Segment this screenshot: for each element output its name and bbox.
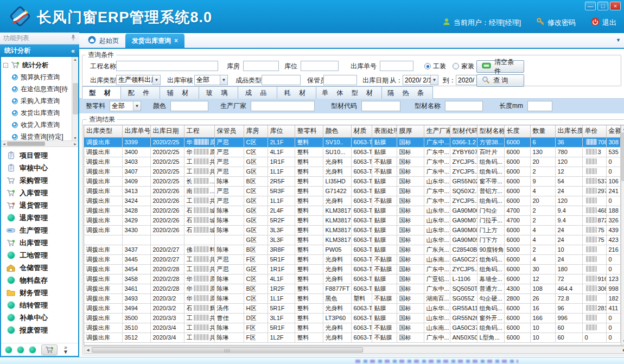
location-input[interactable] xyxy=(301,61,339,71)
column-header[interactable]: 工程 xyxy=(184,125,214,137)
table-row[interactable]: 调拨出库35002020/3/3工共工程曹佳D区3L1F整料LT3P606063… xyxy=(84,313,620,323)
table-row[interactable]: 调拨出库34092020/2/25长...陈琳B区2R5F整料LI35HD606… xyxy=(84,176,620,186)
table-row[interactable]: 调拨出库34292020/2/26石城陈琳G区5R2F整料KLM38176063… xyxy=(84,215,620,225)
keeper-input[interactable] xyxy=(323,75,357,85)
sidebar-module-machine[interactable]: 生产管理 xyxy=(1,224,78,237)
manufacturer-input[interactable] xyxy=(251,101,315,111)
column-header[interactable]: 整零料 xyxy=(295,125,323,137)
table-row[interactable]: 调拨出库35102020/3/4工共工程陈琳F区5R1F整料光身料6063-T5… xyxy=(84,323,620,333)
column-header[interactable]: 生产厂家 xyxy=(424,125,450,137)
tree-horizontal-scrollbar[interactable]: ◄ ► xyxy=(1,141,78,147)
table-row[interactable]: 调拨出库34932020/3/2华原...陈琳C区1L1F整料黑色塑料不贴膜国标… xyxy=(84,293,620,303)
order-no-input[interactable] xyxy=(380,61,413,71)
whole-part-combo[interactable]: 全部▼ xyxy=(110,101,141,111)
table-row[interactable]: 调拨出库34582020/2/28华原...陈琳C区4L1F整料光身料6063-… xyxy=(84,274,620,284)
column-header[interactable]: 库位 xyxy=(268,125,295,137)
close-button[interactable]: × xyxy=(610,2,621,10)
column-header[interactable]: 材质 xyxy=(351,125,372,137)
module-dot-icon[interactable] xyxy=(29,347,36,353)
table-row[interactable]: 调拨出库34002020/2/25华原..严思C区4L1F整料SU10...60… xyxy=(84,147,620,157)
scroll-right-icon[interactable]: ► xyxy=(622,348,624,353)
tab-shipment-query[interactable]: 发货出库查询 × xyxy=(125,34,184,48)
column-header[interactable]: 出库日期 xyxy=(150,125,184,137)
sidebar-module-circle[interactable]: 报废管理 xyxy=(1,324,78,336)
tab-close-icon[interactable]: × xyxy=(174,37,178,44)
radio-gongzhuang[interactable]: 工装 xyxy=(424,61,446,72)
column-header[interactable]: 表面处理 xyxy=(372,125,397,137)
sidebar-module-cart-green[interactable]: 入库管理 xyxy=(1,187,78,199)
scrollbar-thumb[interactable]: |||| xyxy=(92,347,363,353)
column-header[interactable]: 数量 xyxy=(530,125,555,137)
collapse-panel-button[interactable]: « xyxy=(71,47,75,55)
length-input[interactable] xyxy=(527,101,552,111)
sidebar-module-clipboard[interactable]: 审核中心 xyxy=(1,162,78,174)
warehouse-input[interactable] xyxy=(243,61,279,71)
more-modules-button[interactable]: »▼ xyxy=(63,346,68,354)
grid-vertical-scrollbar[interactable]: ▲ ▼ xyxy=(621,125,624,345)
material-tab[interactable]: 耗 材 xyxy=(277,86,316,99)
sidebar-module-clipboard[interactable]: 项目管理 xyxy=(1,149,78,162)
column-header[interactable]: 单价 xyxy=(582,125,606,137)
column-header[interactable]: 库房 xyxy=(244,125,268,137)
sidebar-module-cart[interactable]: 采购管理 xyxy=(1,174,78,187)
tree-item[interactable]: 收货入库查询 xyxy=(3,119,78,131)
material-tab[interactable]: 隔 热 条 xyxy=(382,86,433,99)
column-header[interactable]: 保管员 xyxy=(214,125,244,137)
scroll-down-icon[interactable]: ▼ xyxy=(73,136,77,140)
scroll-right-icon[interactable]: ► xyxy=(73,142,77,146)
table-row[interactable]: 调拨出库35122020/3/4工共工程陈琳F区1L2F整料光身料6063-T5… xyxy=(84,333,620,342)
color-input[interactable] xyxy=(170,101,208,111)
table-row[interactable]: 调拨出库34132020/2/26南...严思C区5R3F整料G71422606… xyxy=(84,186,620,196)
cart-quick-button[interactable] xyxy=(41,344,58,355)
scroll-up-icon[interactable]: ▲ xyxy=(73,58,77,61)
table-row[interactable]: 调拨出库34072020/2/25工共工程严思G区1L1F整料光身料6063-T… xyxy=(84,167,620,176)
scroll-left-icon[interactable]: ◄ xyxy=(86,348,90,353)
tree-item[interactable]: 采购入库查询 xyxy=(3,95,78,107)
column-header[interactable]: 长度 xyxy=(504,125,530,137)
column-header[interactable]: 型材代码 xyxy=(450,125,477,137)
material-tab[interactable]: 型 材 xyxy=(82,86,121,99)
logout-button[interactable]: 退出 xyxy=(591,17,616,28)
product-type-input[interactable] xyxy=(262,75,301,85)
profile-name-input[interactable] xyxy=(445,101,483,111)
material-tab[interactable]: 成 品 xyxy=(238,86,277,99)
module-dot-icon[interactable] xyxy=(17,347,24,353)
tree-item[interactable]: 预算执行查询 xyxy=(3,71,78,83)
pin-icon[interactable] xyxy=(71,34,76,42)
table-row[interactable]: 调拨出库34302020/2/26石城陈琳G区3L3F整料KLM38176063… xyxy=(84,225,620,235)
column-header[interactable]: 出库长度 xyxy=(555,125,582,137)
table-row[interactable]: 调拨出库34242020/2/26工共工程严思G区1L1F整料光身料6063-T… xyxy=(84,196,620,206)
grid-horizontal-scrollbar[interactable]: ◄ |||| ► xyxy=(84,346,624,354)
search-button[interactable]: 查 询 xyxy=(476,74,524,87)
module-dot-icon[interactable] xyxy=(5,347,12,353)
scroll-left-icon[interactable]: ◄ xyxy=(2,142,6,146)
project-name-input[interactable] xyxy=(116,61,218,71)
sidebar-module-folder[interactable]: 财务管理 xyxy=(1,286,78,299)
audit-combo[interactable]: 全部▼ xyxy=(194,75,228,85)
material-tab[interactable]: 单 体 型 材 xyxy=(316,86,382,99)
scrollbar-thumb[interactable] xyxy=(621,132,624,181)
scrollbar-thumb[interactable] xyxy=(7,142,45,146)
sidebar-module-cart-green[interactable]: 出库管理 xyxy=(1,237,78,249)
sidebar-module-circle[interactable]: 工地管理 xyxy=(1,249,78,261)
table-row[interactable]: 调拨出库34032020/2/25工共工程严思G区1R1F整料光身料6063-T… xyxy=(84,157,620,167)
table-row[interactable]: 调拨出库33992020/2/25华原..严思C区2L1F整料SV10..606… xyxy=(84,137,620,147)
tree-root-item[interactable]: -统计分析 xyxy=(3,59,78,71)
scrollbar-thumb[interactable] xyxy=(73,83,78,114)
sidebar-module-circle[interactable]: 结转管理 xyxy=(1,299,78,311)
column-header[interactable]: 型材名称 xyxy=(477,125,504,137)
material-tab[interactable]: 玻 璃 xyxy=(199,86,238,99)
table-row[interactable]: 调拨出库34612020/2/28华原...陈琳B区1R2F整料F8877FT6… xyxy=(84,284,620,293)
tree-expander-icon[interactable]: - xyxy=(3,63,8,68)
sidebar-module-circle[interactable]: 退库管理 xyxy=(1,212,78,224)
table-row[interactable]: 调拨出库34452020/2/27工共工程严思F区5R1F整料光身料6063-T… xyxy=(84,254,620,264)
column-header[interactable]: 膜厚 xyxy=(397,125,424,137)
profile-code-input[interactable] xyxy=(361,101,400,111)
minimize-button[interactable]: — xyxy=(585,2,596,10)
tree-item[interactable]: 发货出库查询 xyxy=(3,107,78,119)
material-tab[interactable]: 辅 材 xyxy=(160,86,199,99)
tab-list-chevron-icon[interactable]: ▼ xyxy=(616,37,621,43)
material-tab[interactable]: 配 件 xyxy=(121,86,160,99)
column-header[interactable]: 出库类型 xyxy=(84,125,122,137)
table-row[interactable]: 调拨出库34542020/2/28工共工程严思G区1R1F整料光身料6063-T… xyxy=(84,264,620,274)
